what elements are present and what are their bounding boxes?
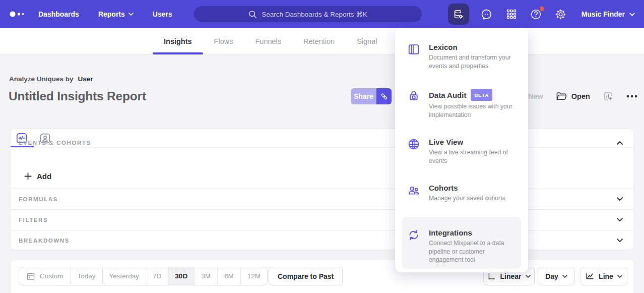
range-12m[interactable]: 12M bbox=[240, 267, 267, 285]
top-navbar: Dashboards Reports Users Search Dashboar… bbox=[0, 0, 644, 28]
link-icon bbox=[380, 92, 389, 101]
range-3m[interactable]: 3M bbox=[194, 267, 217, 285]
menu-item-description: Document and transform your events and p… bbox=[429, 53, 514, 70]
chevron-down-icon bbox=[617, 275, 622, 278]
chart-toolbar-card: Custom Today Yesterday 7D 30D 3M 6M 12M … bbox=[10, 259, 634, 293]
section-filters[interactable]: FILTERS bbox=[11, 209, 633, 230]
messages-button[interactable] bbox=[480, 7, 494, 21]
chevron-down-icon bbox=[629, 13, 635, 16]
search-input[interactable]: Search Dashboards & Reports ⌘K bbox=[194, 6, 422, 22]
chevron-down-icon bbox=[562, 275, 567, 278]
analyze-label: Analyze Uniques by bbox=[9, 75, 74, 83]
database-gear-icon bbox=[453, 9, 464, 20]
tab-signal[interactable]: Signal bbox=[346, 28, 388, 54]
menu-item-data-audit[interactable]: Data Audit BETA View possible issues wit… bbox=[407, 89, 521, 119]
calendar-icon bbox=[26, 272, 35, 281]
range-today[interactable]: Today bbox=[71, 267, 102, 285]
project-name: Music Finder bbox=[582, 10, 625, 18]
range-30d[interactable]: 30D bbox=[168, 267, 194, 285]
nav-dashboards[interactable]: Dashboards bbox=[38, 10, 79, 18]
menu-item-description: View a live streaming feed of events bbox=[429, 148, 514, 165]
tab-flows[interactable]: Flows bbox=[203, 28, 244, 54]
share-button[interactable]: Share bbox=[351, 88, 376, 104]
nav-users[interactable]: Users bbox=[153, 10, 172, 18]
tab-funnels[interactable]: Funnels bbox=[244, 28, 292, 54]
menu-item-integrations[interactable]: Integrations Connect Mixpanel to a data … bbox=[407, 228, 521, 264]
section-label: EVENTS & COHORTS bbox=[19, 140, 91, 146]
search-placeholder: Search Dashboards & Reports ⌘K bbox=[262, 10, 367, 18]
section-formulas[interactable]: FORMULAS bbox=[11, 189, 633, 209]
more-dots-icon bbox=[626, 95, 637, 98]
beta-badge: BETA bbox=[471, 89, 492, 101]
plus-icon bbox=[24, 172, 32, 180]
chevron-down-icon bbox=[617, 197, 623, 201]
menu-item-lexicon[interactable]: Lexicon Document and transform your even… bbox=[407, 42, 521, 70]
menu-item-cohorts[interactable]: Cohorts Manage your saved cohorts bbox=[407, 183, 521, 203]
notification-dot bbox=[540, 7, 544, 11]
add-to-dashboard-icon bbox=[603, 91, 613, 101]
compare-to-past-button[interactable]: Compare to Past bbox=[269, 267, 343, 285]
interval-selector-button[interactable]: Day bbox=[538, 267, 575, 285]
menu-item-description: View possible issues with your implement… bbox=[429, 102, 514, 119]
project-selector[interactable]: Music Finder bbox=[582, 10, 635, 18]
open-report-button[interactable]: Open bbox=[556, 92, 590, 101]
menu-item-title: Integrations bbox=[429, 228, 514, 238]
report-actions: New Open bbox=[528, 88, 637, 104]
new-report-button[interactable]: New bbox=[528, 92, 543, 100]
more-menu-button[interactable] bbox=[626, 95, 637, 98]
menu-item-title: Live View bbox=[429, 137, 514, 147]
copy-link-button[interactable] bbox=[376, 88, 392, 104]
add-event-button[interactable]: Add bbox=[24, 172, 51, 181]
search-icon bbox=[248, 10, 257, 19]
menu-item-title: Cohorts bbox=[429, 183, 505, 193]
data-management-menu: Lexicon Document and transform your even… bbox=[395, 28, 528, 272]
apps-grid-icon bbox=[505, 8, 518, 20]
gear-icon bbox=[554, 8, 567, 21]
range-custom[interactable]: Custom bbox=[19, 267, 71, 285]
menu-item-description: Connect Mixpanel to a data pipeline or c… bbox=[429, 239, 514, 264]
query-builder-card: EVENTS & COHORTS Add FORMULAS FILTERS BR… bbox=[10, 129, 634, 250]
analyze-entity-selector[interactable]: User bbox=[78, 75, 93, 83]
chart-type-selector-button[interactable]: Line bbox=[580, 267, 627, 285]
chat-bubble-icon bbox=[480, 8, 493, 21]
section-label: BREAKDOWNS bbox=[19, 238, 70, 244]
section-label: FILTERS bbox=[19, 217, 48, 223]
add-to-dashboard-button[interactable] bbox=[603, 91, 613, 101]
chevron-down-icon bbox=[526, 275, 531, 278]
cohorts-icon bbox=[407, 184, 420, 197]
chevron-down-icon bbox=[128, 13, 134, 16]
add-label: Add bbox=[37, 172, 51, 181]
chevron-down-icon bbox=[617, 218, 623, 221]
report-tabbar: Insights Flows Funnels Retention Signal … bbox=[0, 28, 644, 54]
data-management-button[interactable] bbox=[448, 4, 469, 25]
open-label: Open bbox=[571, 92, 590, 100]
section-breakdowns[interactable]: BREAKDOWNS bbox=[11, 230, 633, 251]
help-button[interactable] bbox=[529, 7, 543, 21]
live-view-icon bbox=[407, 138, 420, 151]
chevron-down-icon bbox=[617, 239, 623, 242]
section-label: FORMULAS bbox=[19, 196, 58, 202]
navbar-right-cluster: Music Finder bbox=[448, 0, 635, 28]
nav-reports[interactable]: Reports bbox=[98, 10, 134, 18]
range-7d[interactable]: 7D bbox=[146, 267, 168, 285]
menu-item-description: Manage your saved cohorts bbox=[429, 194, 505, 203]
menu-item-title: Data Audit bbox=[429, 90, 466, 100]
insights-report-page: Dashboards Reports Users Search Dashboar… bbox=[0, 0, 644, 293]
mixpanel-logo-icon[interactable] bbox=[9, 0, 26, 28]
lexicon-icon bbox=[407, 43, 420, 56]
tab-insights[interactable]: Insights bbox=[153, 28, 203, 54]
integrations-icon bbox=[407, 228, 420, 242]
primary-nav: Dashboards Reports Users bbox=[38, 10, 172, 18]
data-audit-icon bbox=[407, 89, 420, 102]
chevron-up-icon bbox=[617, 141, 623, 145]
section-events-cohorts[interactable]: EVENTS & COHORTS bbox=[19, 140, 623, 146]
apps-grid-button[interactable] bbox=[504, 7, 519, 21]
page-title: Untitled Insights Report bbox=[9, 89, 146, 103]
line-chart-icon bbox=[585, 271, 595, 281]
menu-item-live-view[interactable]: Live View View a live streaming feed of … bbox=[407, 137, 521, 165]
range-yesterday[interactable]: Yesterday bbox=[102, 267, 146, 285]
settings-button[interactable] bbox=[554, 7, 568, 21]
tab-retention[interactable]: Retention bbox=[292, 28, 346, 54]
range-6m[interactable]: 6M bbox=[217, 267, 240, 285]
menu-item-title: Lexicon bbox=[429, 42, 514, 52]
